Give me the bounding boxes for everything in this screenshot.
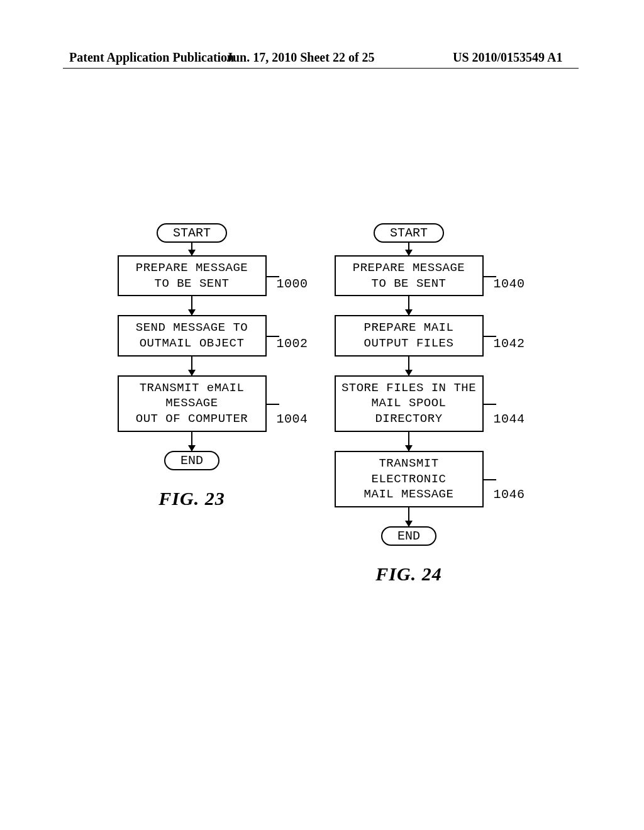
- arrow-icon: [408, 357, 409, 375]
- end-terminator: END: [381, 526, 436, 546]
- arrow-icon: [408, 507, 409, 526]
- process-text: PREPARE MAILOUTPUT FILES: [364, 321, 454, 350]
- ref-number: 1002: [276, 336, 308, 352]
- start-terminator: START: [374, 223, 444, 243]
- ref-number: 1040: [493, 276, 525, 292]
- header-date-sheet: Jun. 17, 2010 Sheet 22 of 25: [226, 50, 375, 65]
- arrow-icon: [191, 432, 192, 451]
- process-prepare-output-files: PREPARE MAILOUTPUT FILES 1042: [335, 315, 484, 356]
- ref-number: 1004: [276, 411, 308, 428]
- header-pubnumber: US 2010/0153549 A1: [453, 50, 562, 65]
- process-transmit-mail: TRANSMIT ELECTRONICMAIL MESSAGE 1046: [335, 451, 484, 507]
- process-store-spool: STORE FILES IN THEMAIL SPOOL DIRECTORY 1…: [335, 375, 484, 432]
- process-text: TRANSMIT ELECTRONICMAIL MESSAGE: [364, 456, 454, 501]
- process-send-outmail: SEND MESSAGE TOOUTMAIL OBJECT 1002: [118, 315, 267, 356]
- process-text: PREPARE MESSAGETO BE SENT: [353, 261, 465, 290]
- figure-caption: FIG. 24: [327, 563, 491, 585]
- flowchart-fig24: START PREPARE MESSAGETO BE SENT 1040 PRE…: [327, 223, 491, 585]
- end-terminator: END: [164, 451, 219, 470]
- process-text: TRANSMIT eMAIL MESSAGEOUT OF COMPUTER: [136, 381, 248, 426]
- arrow-icon: [191, 357, 192, 375]
- process-prepare-message: PREPARE MESSAGETO BE SENT 1000: [118, 255, 267, 296]
- process-text: STORE FILES IN THEMAIL SPOOL DIRECTORY: [341, 381, 476, 426]
- process-text: PREPARE MESSAGETO BE SENT: [136, 261, 248, 290]
- arrow-icon: [191, 243, 192, 255]
- ref-number: 1000: [276, 276, 308, 292]
- ref-number: 1044: [493, 411, 525, 428]
- arrow-icon: [408, 243, 409, 255]
- header-rule: [63, 68, 579, 69]
- header-publication: Patent Application Publication: [69, 50, 234, 65]
- ref-tick: [484, 479, 496, 480]
- process-transmit-email: TRANSMIT eMAIL MESSAGEOUT OF COMPUTER 10…: [118, 375, 267, 432]
- process-prepare-message: PREPARE MESSAGETO BE SENT 1040: [335, 255, 484, 296]
- arrow-icon: [191, 296, 192, 315]
- process-text: SEND MESSAGE TOOUTMAIL OBJECT: [136, 321, 248, 350]
- figure-caption: FIG. 23: [110, 488, 274, 509]
- ref-number: 1042: [493, 336, 525, 352]
- flowchart-fig23: START PREPARE MESSAGETO BE SENT 1000 SEN…: [110, 223, 274, 509]
- ref-tick: [267, 404, 279, 405]
- arrow-icon: [408, 296, 409, 315]
- start-terminator: START: [157, 223, 227, 243]
- ref-tick: [484, 404, 496, 405]
- ref-number: 1046: [493, 487, 525, 503]
- arrow-icon: [408, 432, 409, 451]
